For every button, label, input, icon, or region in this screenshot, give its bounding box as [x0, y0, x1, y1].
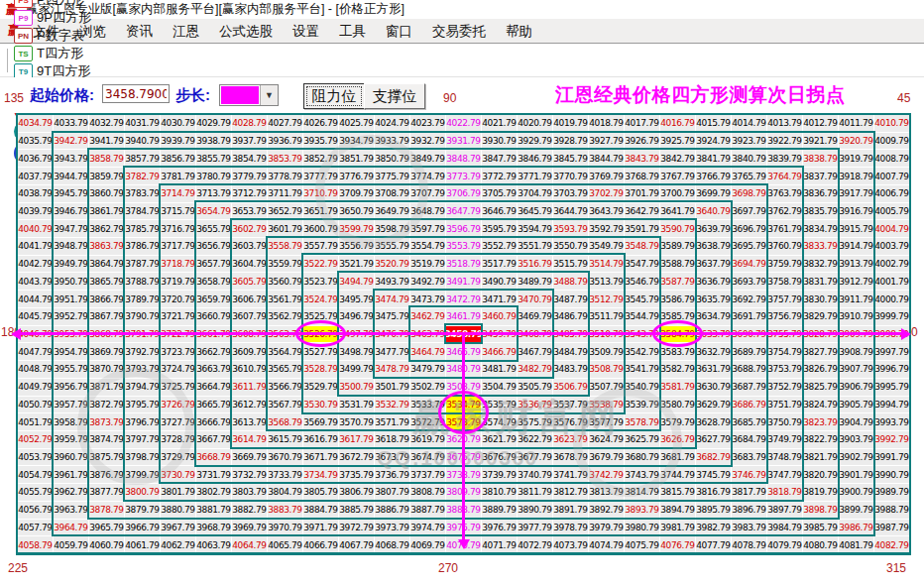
grid-cell[interactable]: 3931.79 — [446, 133, 481, 150]
chevron-down-icon[interactable]: ▼ — [260, 85, 278, 105]
grid-cell[interactable]: 3781.79 — [161, 168, 195, 184]
grid-cell[interactable]: 4023.79 — [410, 115, 445, 132]
grid-cell[interactable]: 4010.79 — [874, 115, 909, 132]
grid-cell[interactable]: 3783.79 — [125, 185, 160, 202]
grid-cell[interactable]: 4047.79 — [18, 343, 53, 360]
toolbar-button-T四方形[interactable]: TST四方形 — [14, 45, 91, 62]
grid-cell[interactable]: 3834.79 — [803, 220, 838, 237]
menu-item-窗口[interactable]: 窗口 — [383, 22, 415, 41]
grid-cell[interactable]: 3933.79 — [375, 133, 409, 150]
grid-cell[interactable]: 3460.79 — [482, 308, 517, 325]
grid-cell[interactable]: 3740.79 — [518, 466, 552, 483]
grid-cell[interactable]: 3826.79 — [803, 361, 838, 378]
grid-cell[interactable]: 3985.79 — [803, 520, 838, 536]
grid-cell[interactable]: 3607.79 — [232, 308, 267, 325]
grid-cell[interactable]: 3865.79 — [89, 273, 124, 290]
grid-cell[interactable]: 3654.79 — [196, 203, 231, 220]
grid-cell[interactable]: 3837.79 — [803, 168, 838, 184]
grid-cell[interactable]: 4050.79 — [18, 397, 53, 413]
grid-cell[interactable]: 3765.79 — [732, 168, 766, 184]
grid-cell[interactable]: 3714.79 — [161, 185, 195, 202]
grid-cell[interactable]: 3682.79 — [696, 449, 731, 466]
grid-cell[interactable]: 3659.79 — [196, 291, 231, 307]
grid-cell[interactable]: 3606.79 — [232, 291, 267, 307]
grid-cell[interactable]: 3801.79 — [161, 484, 195, 501]
grid-cell[interactable]: 3593.79 — [553, 220, 588, 237]
grid-cell[interactable]: 3903.79 — [839, 431, 873, 448]
grid-cell[interactable]: 4069.79 — [410, 536, 445, 553]
grid-cell[interactable]: 3556.79 — [339, 238, 374, 255]
grid-cell[interactable]: 3641.79 — [660, 203, 695, 220]
grid-cell[interactable]: 4012.79 — [803, 115, 838, 132]
grid-cell[interactable]: 3512.79 — [589, 291, 624, 307]
grid-cell[interactable]: 3786.79 — [125, 238, 160, 255]
grid-cell[interactable]: 3815.79 — [660, 484, 695, 501]
grid-cell[interactable]: 3685.79 — [732, 413, 766, 430]
grid-cell[interactable]: 3812.79 — [553, 484, 588, 501]
grid-cell[interactable]: 3947.79 — [54, 220, 88, 237]
grid-cell[interactable]: 3543.79 — [625, 326, 659, 343]
grid-cell[interactable]: 3590.79 — [660, 220, 695, 237]
grid-cell[interactable]: 3963.79 — [54, 502, 88, 519]
grid-cell[interactable]: 3564.79 — [268, 343, 302, 360]
grid-cell[interactable]: 3689.79 — [732, 343, 766, 360]
grid-cell[interactable]: 3628.79 — [696, 413, 731, 430]
grid-cell[interactable]: 3719.79 — [161, 273, 195, 290]
grid-cell[interactable]: 3583.79 — [660, 343, 695, 360]
grid-cell[interactable]: 3866.79 — [89, 291, 124, 307]
grid-cell[interactable]: 4072.79 — [518, 536, 552, 553]
grid-cell[interactable]: 3517.79 — [482, 256, 517, 273]
grid-cell[interactable]: 3993.79 — [874, 413, 909, 430]
grid-cell[interactable]: 3965.79 — [89, 520, 124, 536]
grid-cell[interactable]: 3533.79 — [410, 397, 445, 413]
grid-cell[interactable]: 3881.79 — [196, 502, 231, 519]
grid-cell[interactable]: 3499.79 — [339, 361, 374, 378]
grid-cell[interactable]: 3626.79 — [660, 431, 695, 448]
grid-cell[interactable]: 3807.79 — [375, 484, 409, 501]
grid-cell[interactable]: 3832.79 — [803, 256, 838, 273]
grid-cell[interactable]: 4054.79 — [18, 466, 53, 483]
grid-cell[interactable]: 3897.79 — [767, 502, 802, 519]
grid-cell[interactable]: 3467.79 — [518, 343, 552, 360]
grid-cell[interactable]: 3737.79 — [410, 466, 445, 483]
grid-cell[interactable]: 3605.79 — [232, 273, 267, 290]
grid-cell[interactable]: 3650.79 — [339, 203, 374, 220]
grid-cell[interactable]: 3472.79 — [446, 291, 481, 307]
grid-cell[interactable]: 3982.79 — [696, 520, 731, 536]
grid-cell[interactable]: 3538.79 — [589, 397, 624, 413]
grid-cell[interactable]: 3747.79 — [767, 466, 802, 483]
grid-cell[interactable]: 3673.79 — [375, 449, 409, 466]
grid-cell[interactable]: 3959.79 — [54, 431, 88, 448]
grid-cell[interactable]: 3629.79 — [696, 397, 731, 413]
grid-cell[interactable]: 4005.79 — [874, 203, 909, 220]
grid-cell[interactable]: 3901.79 — [839, 466, 873, 483]
grid-cell[interactable]: 3646.79 — [482, 203, 517, 220]
grid-cell[interactable]: 3824.79 — [803, 397, 838, 413]
grid-cell[interactable]: 3623.79 — [553, 431, 588, 448]
grid-cell[interactable]: 3697.79 — [732, 203, 766, 220]
grid-cell[interactable]: 3951.79 — [54, 291, 88, 307]
grid-cell[interactable]: 3856.79 — [161, 150, 195, 167]
grid-cell[interactable]: 3739.79 — [482, 466, 517, 483]
grid-cell[interactable]: 4040.79 — [18, 220, 53, 237]
grid-cell[interactable]: 3694.79 — [732, 256, 766, 273]
grid-cell[interactable]: 3691.79 — [732, 308, 766, 325]
grid-cell[interactable]: 3844.79 — [589, 150, 624, 167]
grid-cell[interactable]: 3610.79 — [232, 361, 267, 378]
grid-cell[interactable]: 3793.79 — [125, 361, 160, 378]
grid-cell[interactable]: 3516.79 — [518, 256, 552, 273]
grid-cell[interactable]: 3743.79 — [625, 466, 659, 483]
grid-cell[interactable]: 3787.79 — [125, 256, 160, 273]
grid-cell[interactable]: 3975.79 — [446, 520, 481, 536]
grid-cell[interactable]: 4082.79 — [874, 536, 909, 553]
grid-cell[interactable]: 3847.79 — [482, 150, 517, 167]
grid-cell[interactable]: 3645.79 — [518, 203, 552, 220]
grid-cell[interactable]: 3766.79 — [696, 168, 731, 184]
grid-cell[interactable]: 4030.79 — [161, 115, 195, 132]
grid-cell[interactable]: 3859.79 — [89, 168, 124, 184]
grid-cell[interactable]: 3803.79 — [232, 484, 267, 501]
grid-cell[interactable]: 3495.79 — [339, 291, 374, 307]
grid-cell[interactable]: 3575.79 — [518, 413, 552, 430]
grid-cell[interactable]: 3674.79 — [410, 449, 445, 466]
grid-cell[interactable]: 4009.79 — [874, 133, 909, 150]
